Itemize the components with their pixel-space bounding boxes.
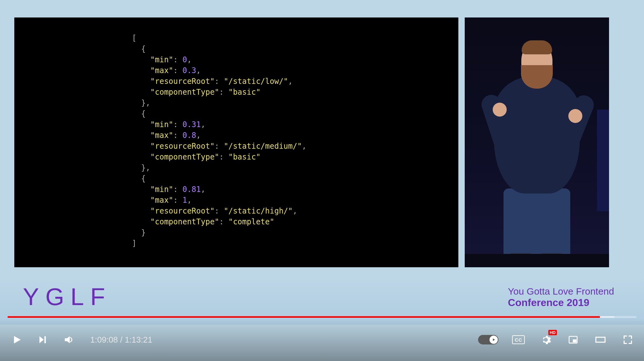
play-button[interactable] (9, 332, 24, 347)
podium (597, 110, 609, 211)
conference-title-line2: Conference 2019 (508, 297, 614, 309)
autoplay-thumb-icon (490, 336, 498, 344)
speaker-figure (491, 39, 583, 262)
fullscreen-icon (622, 334, 634, 346)
theater-icon (594, 333, 607, 346)
cc-icon: CC (512, 335, 525, 344)
hd-badge: HD (548, 330, 557, 335)
time-display: 1:09:08 / 1:13:21 (90, 335, 152, 345)
next-button[interactable] (35, 332, 50, 347)
progress-bar[interactable] (8, 316, 636, 318)
autoplay-toggle[interactable] (478, 335, 498, 344)
svg-rect-1 (573, 339, 577, 343)
speaker-camera-feed (465, 17, 609, 267)
progress-played (8, 316, 600, 318)
player-controls: 1:09:08 / 1:13:21 CC HD (0, 318, 644, 361)
code-block: [ { "min": 0, "max": 0.3, "resourceRoot"… (132, 33, 458, 249)
gear-icon (540, 334, 552, 346)
svg-rect-2 (596, 337, 605, 342)
conference-title: You Gotta Love Frontend Conference 2019 (508, 286, 614, 309)
conference-title-line1: You Gotta Love Frontend (508, 286, 614, 297)
miniplayer-button[interactable] (566, 332, 580, 347)
current-time: 1:09:08 (90, 335, 118, 344)
presentation-slide: [ { "min": 0, "max": 0.3, "resourceRoot"… (14, 17, 458, 267)
fullscreen-button[interactable] (620, 332, 635, 347)
stage-floor (465, 254, 609, 267)
time-separator: / (118, 335, 125, 344)
theater-mode-button[interactable] (593, 332, 608, 347)
volume-button[interactable] (61, 332, 76, 347)
video-frame: [ { "min": 0, "max": 0.3, "resourceRoot"… (0, 0, 644, 325)
duration: 1:13:21 (125, 335, 152, 344)
progress-loaded (600, 316, 614, 318)
yglf-logo: YGLF (23, 283, 112, 310)
settings-button[interactable]: HD (538, 332, 553, 347)
miniplayer-icon (567, 334, 579, 346)
captions-button[interactable]: CC (511, 332, 526, 347)
